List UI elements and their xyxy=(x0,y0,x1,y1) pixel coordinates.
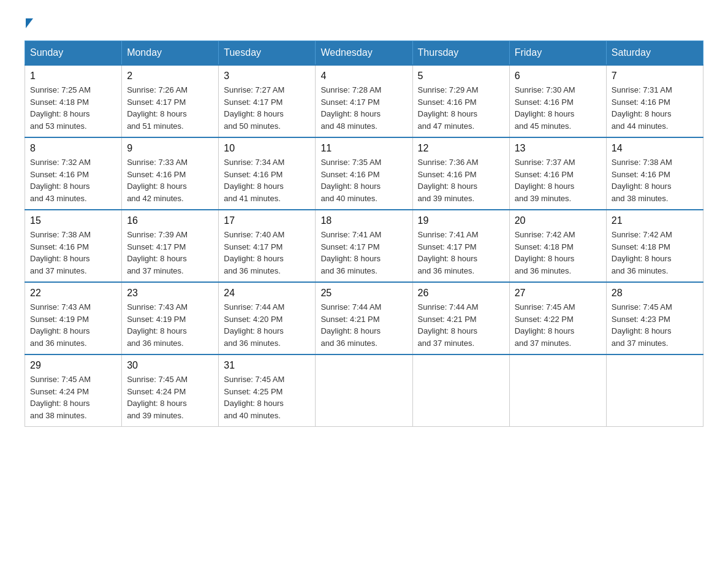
header-wednesday: Wednesday xyxy=(316,41,412,66)
logo-arrow-icon xyxy=(26,18,33,28)
day-info: Sunrise: 7:45 AM Sunset: 4:24 PM Dayligh… xyxy=(127,373,213,421)
day-cell: 25 Sunrise: 7:44 AM Sunset: 4:21 PM Dayl… xyxy=(316,282,412,354)
day-info: Sunrise: 7:41 AM Sunset: 4:17 PM Dayligh… xyxy=(320,229,407,277)
day-info: Sunrise: 7:26 AM Sunset: 4:17 PM Dayligh… xyxy=(127,84,213,132)
day-cell: 16 Sunrise: 7:39 AM Sunset: 4:17 PM Dayl… xyxy=(122,210,219,282)
day-info: Sunrise: 7:41 AM Sunset: 4:17 PM Dayligh… xyxy=(418,229,504,277)
day-cell: 29 Sunrise: 7:45 AM Sunset: 4:24 PM Dayl… xyxy=(25,354,122,427)
day-number: 23 xyxy=(127,288,213,299)
week-row-5: 29 Sunrise: 7:45 AM Sunset: 4:24 PM Dayl… xyxy=(25,354,703,427)
day-number: 14 xyxy=(612,143,698,154)
day-cell: 20 Sunrise: 7:42 AM Sunset: 4:18 PM Dayl… xyxy=(509,210,606,282)
header-thursday: Thursday xyxy=(412,41,509,66)
day-cell: 17 Sunrise: 7:40 AM Sunset: 4:17 PM Dayl… xyxy=(219,210,316,282)
day-cell: 18 Sunrise: 7:41 AM Sunset: 4:17 PM Dayl… xyxy=(316,210,412,282)
day-number: 10 xyxy=(224,143,310,154)
day-cell: 11 Sunrise: 7:35 AM Sunset: 4:16 PM Dayl… xyxy=(316,137,412,210)
day-cell: 2 Sunrise: 7:26 AM Sunset: 4:17 PM Dayli… xyxy=(122,65,219,137)
day-info: Sunrise: 7:45 AM Sunset: 4:24 PM Dayligh… xyxy=(30,373,116,421)
day-cell: 10 Sunrise: 7:34 AM Sunset: 4:16 PM Dayl… xyxy=(219,137,316,210)
day-number: 24 xyxy=(224,288,310,299)
week-row-3: 15 Sunrise: 7:38 AM Sunset: 4:16 PM Dayl… xyxy=(25,210,703,282)
day-info: Sunrise: 7:34 AM Sunset: 4:16 PM Dayligh… xyxy=(224,156,310,204)
day-info: Sunrise: 7:43 AM Sunset: 4:19 PM Dayligh… xyxy=(30,301,116,349)
day-cell: 8 Sunrise: 7:32 AM Sunset: 4:16 PM Dayli… xyxy=(25,137,122,210)
day-info: Sunrise: 7:25 AM Sunset: 4:18 PM Dayligh… xyxy=(30,84,116,132)
day-cell: 28 Sunrise: 7:45 AM Sunset: 4:23 PM Dayl… xyxy=(606,282,703,354)
day-number: 30 xyxy=(127,360,213,371)
day-cell: 23 Sunrise: 7:43 AM Sunset: 4:19 PM Dayl… xyxy=(122,282,219,354)
day-number: 2 xyxy=(127,71,213,82)
day-cell: 7 Sunrise: 7:31 AM Sunset: 4:16 PM Dayli… xyxy=(606,65,703,137)
day-cell: 30 Sunrise: 7:45 AM Sunset: 4:24 PM Dayl… xyxy=(122,354,219,427)
day-cell xyxy=(606,354,703,427)
day-number: 27 xyxy=(515,288,601,299)
day-number: 19 xyxy=(418,215,504,226)
day-info: Sunrise: 7:28 AM Sunset: 4:17 PM Dayligh… xyxy=(320,84,407,132)
day-number: 7 xyxy=(612,71,698,82)
day-number: 31 xyxy=(224,360,310,371)
day-info: Sunrise: 7:44 AM Sunset: 4:21 PM Dayligh… xyxy=(418,301,504,349)
day-cell: 12 Sunrise: 7:36 AM Sunset: 4:16 PM Dayl… xyxy=(412,137,509,210)
day-info: Sunrise: 7:45 AM Sunset: 4:25 PM Dayligh… xyxy=(224,373,310,421)
day-info: Sunrise: 7:32 AM Sunset: 4:16 PM Dayligh… xyxy=(30,156,116,204)
day-number: 6 xyxy=(515,71,601,82)
day-cell: 24 Sunrise: 7:44 AM Sunset: 4:20 PM Dayl… xyxy=(219,282,316,354)
day-cell: 9 Sunrise: 7:33 AM Sunset: 4:16 PM Dayli… xyxy=(122,137,219,210)
day-cell: 26 Sunrise: 7:44 AM Sunset: 4:21 PM Dayl… xyxy=(412,282,509,354)
day-cell xyxy=(509,354,606,427)
page-header xyxy=(25,18,703,28)
day-number: 17 xyxy=(224,215,310,226)
day-cell: 1 Sunrise: 7:25 AM Sunset: 4:18 PM Dayli… xyxy=(25,65,122,137)
day-number: 3 xyxy=(224,71,310,82)
day-number: 20 xyxy=(515,215,601,226)
day-info: Sunrise: 7:42 AM Sunset: 4:18 PM Dayligh… xyxy=(612,229,698,277)
day-info: Sunrise: 7:39 AM Sunset: 4:17 PM Dayligh… xyxy=(127,229,213,277)
day-cell: 19 Sunrise: 7:41 AM Sunset: 4:17 PM Dayl… xyxy=(412,210,509,282)
day-info: Sunrise: 7:27 AM Sunset: 4:17 PM Dayligh… xyxy=(224,84,310,132)
week-row-2: 8 Sunrise: 7:32 AM Sunset: 4:16 PM Dayli… xyxy=(25,137,703,210)
day-number: 22 xyxy=(30,288,116,299)
header-tuesday: Tuesday xyxy=(219,41,316,66)
day-info: Sunrise: 7:37 AM Sunset: 4:16 PM Dayligh… xyxy=(515,156,601,204)
day-info: Sunrise: 7:43 AM Sunset: 4:19 PM Dayligh… xyxy=(127,301,213,349)
day-cell: 22 Sunrise: 7:43 AM Sunset: 4:19 PM Dayl… xyxy=(25,282,122,354)
day-info: Sunrise: 7:40 AM Sunset: 4:17 PM Dayligh… xyxy=(224,229,310,277)
day-cell: 4 Sunrise: 7:28 AM Sunset: 4:17 PM Dayli… xyxy=(316,65,412,137)
day-info: Sunrise: 7:35 AM Sunset: 4:16 PM Dayligh… xyxy=(320,156,407,204)
day-cell: 14 Sunrise: 7:38 AM Sunset: 4:16 PM Dayl… xyxy=(606,137,703,210)
header-sunday: Sunday xyxy=(25,41,122,66)
day-number: 12 xyxy=(418,143,504,154)
calendar-table: SundayMondayTuesdayWednesdayThursdayFrid… xyxy=(25,40,703,427)
day-info: Sunrise: 7:44 AM Sunset: 4:21 PM Dayligh… xyxy=(320,301,407,349)
header-monday: Monday xyxy=(122,41,219,66)
day-number: 11 xyxy=(320,143,407,154)
day-info: Sunrise: 7:29 AM Sunset: 4:16 PM Dayligh… xyxy=(418,84,504,132)
day-cell: 31 Sunrise: 7:45 AM Sunset: 4:25 PM Dayl… xyxy=(219,354,316,427)
header-friday: Friday xyxy=(509,41,606,66)
day-info: Sunrise: 7:31 AM Sunset: 4:16 PM Dayligh… xyxy=(612,84,698,132)
day-cell: 15 Sunrise: 7:38 AM Sunset: 4:16 PM Dayl… xyxy=(25,210,122,282)
day-info: Sunrise: 7:33 AM Sunset: 4:16 PM Dayligh… xyxy=(127,156,213,204)
day-number: 8 xyxy=(30,143,116,154)
day-cell xyxy=(316,354,412,427)
day-info: Sunrise: 7:45 AM Sunset: 4:22 PM Dayligh… xyxy=(515,301,601,349)
day-number: 21 xyxy=(612,215,698,226)
day-number: 28 xyxy=(612,288,698,299)
day-cell: 5 Sunrise: 7:29 AM Sunset: 4:16 PM Dayli… xyxy=(412,65,509,137)
day-cell: 13 Sunrise: 7:37 AM Sunset: 4:16 PM Dayl… xyxy=(509,137,606,210)
day-cell: 21 Sunrise: 7:42 AM Sunset: 4:18 PM Dayl… xyxy=(606,210,703,282)
week-row-1: 1 Sunrise: 7:25 AM Sunset: 4:18 PM Dayli… xyxy=(25,65,703,137)
day-info: Sunrise: 7:36 AM Sunset: 4:16 PM Dayligh… xyxy=(418,156,504,204)
day-info: Sunrise: 7:30 AM Sunset: 4:16 PM Dayligh… xyxy=(515,84,601,132)
day-number: 13 xyxy=(515,143,601,154)
day-info: Sunrise: 7:44 AM Sunset: 4:20 PM Dayligh… xyxy=(224,301,310,349)
day-number: 18 xyxy=(320,215,407,226)
day-info: Sunrise: 7:45 AM Sunset: 4:23 PM Dayligh… xyxy=(612,301,698,349)
day-number: 26 xyxy=(418,288,504,299)
day-number: 1 xyxy=(30,71,116,82)
header-row: SundayMondayTuesdayWednesdayThursdayFrid… xyxy=(25,41,703,66)
day-number: 16 xyxy=(127,215,213,226)
day-number: 9 xyxy=(127,143,213,154)
day-info: Sunrise: 7:42 AM Sunset: 4:18 PM Dayligh… xyxy=(515,229,601,277)
